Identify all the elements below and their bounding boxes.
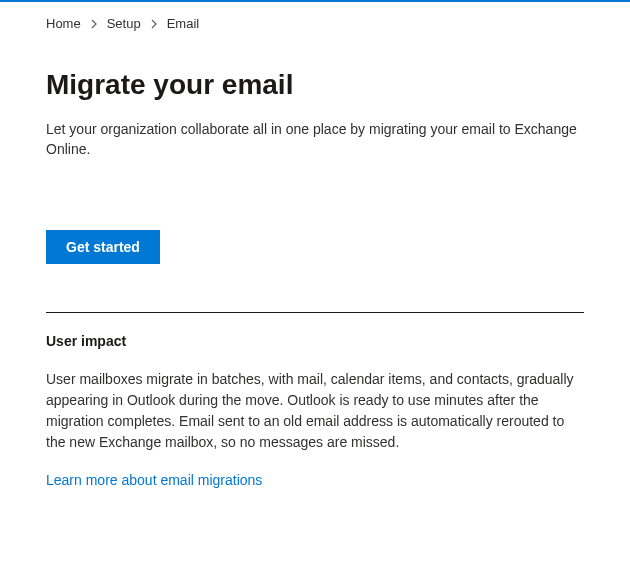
get-started-button[interactable]: Get started (46, 230, 160, 264)
page-title: Migrate your email (46, 69, 584, 101)
user-impact-body: User mailboxes migrate in batches, with … (46, 369, 584, 453)
chevron-right-icon (89, 19, 99, 29)
breadcrumb: Home Setup Email (46, 16, 584, 31)
user-impact-heading: User impact (46, 333, 584, 349)
breadcrumb-current: Email (167, 16, 200, 31)
breadcrumb-setup[interactable]: Setup (107, 16, 141, 31)
section-divider (46, 312, 584, 313)
breadcrumb-home[interactable]: Home (46, 16, 81, 31)
chevron-right-icon (149, 19, 159, 29)
learn-more-link[interactable]: Learn more about email migrations (46, 472, 262, 488)
page-description: Let your organization collaborate all in… (46, 119, 584, 160)
